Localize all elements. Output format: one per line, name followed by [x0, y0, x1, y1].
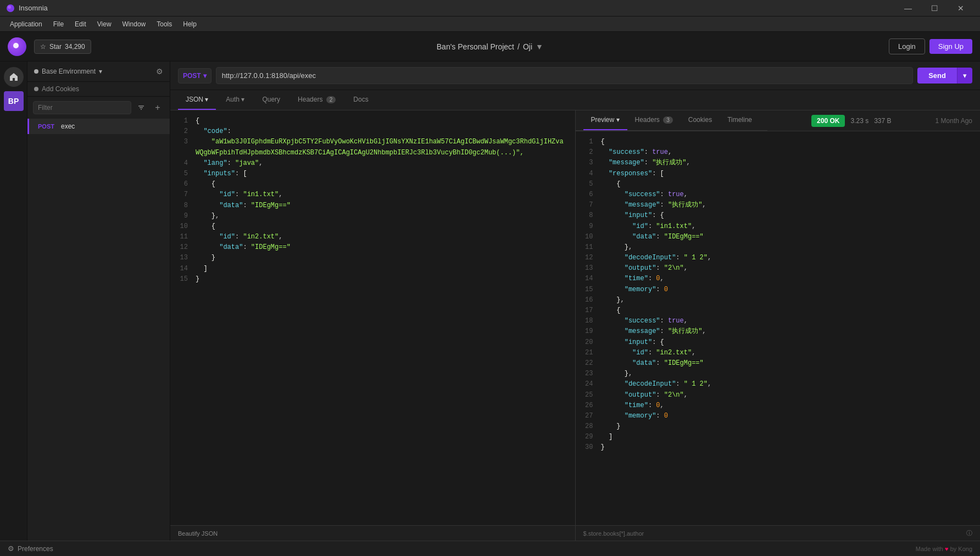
code-line: 3 "aW1wb3J0IGphdmEuRXpjbC5TY2FubVyOwoKcH… [178, 137, 567, 158]
collection-header: Base Environment ▾ ⚙ [27, 62, 170, 82]
filter-bar: + [27, 97, 170, 119]
response-panel: Preview ▾ Headers 3 Cookies Timeline 200… [576, 110, 981, 541]
titlebar: Insomnia — ☐ ✕ [0, 0, 980, 16]
cookie-dot [34, 87, 38, 91]
code-line: 7 "message": "执行成功", [583, 200, 973, 210]
project-avatar[interactable]: BP [4, 91, 24, 111]
code-line: 5 { [583, 179, 973, 190]
code-line: 11 "id": "in2.txt", [178, 232, 567, 242]
request-area: POST ▾ Send ▾ JSON ▾ Auth ▾ Query Header… [170, 62, 980, 541]
svg-point-1 [8, 5, 11, 9]
tab-timeline[interactable]: Timeline [720, 110, 760, 130]
titlebar-app-name: Insomnia [19, 4, 48, 12]
menu-view[interactable]: View [92, 18, 117, 30]
code-line: 13 } [178, 253, 567, 263]
response-code-area[interactable]: 1 { 2 "success": true, 3 "message": "执行成… [576, 131, 981, 525]
send-button[interactable]: Send [917, 68, 957, 84]
code-line: 26 "time": 0, [583, 401, 973, 411]
code-line: 5 "inputs": [ [178, 169, 567, 179]
top-bar: ☆ Star 34,290 Ban's Personal Project / O… [0, 32, 980, 62]
code-line: 14 ] [178, 264, 567, 274]
headers-badge: 2 [326, 96, 336, 103]
minimize-button[interactable]: — [895, 0, 921, 16]
response-bottom-right: ⓘ [966, 529, 972, 537]
code-line: 30 } [583, 442, 973, 453]
response-time: 3.23 s [850, 117, 868, 125]
tab-auth[interactable]: Auth ▾ [218, 90, 252, 110]
code-line: 18 "success": true, [583, 316, 973, 326]
menu-file[interactable]: File [48, 18, 69, 30]
menu-edit[interactable]: Edit [69, 18, 92, 30]
star-button[interactable]: ☆ Star 34,290 [34, 40, 91, 54]
add-cookies-label: Add Cookies [42, 85, 79, 93]
settings-icon[interactable]: ⚙ [156, 67, 163, 76]
login-button[interactable]: Login [889, 38, 925, 54]
menu-application[interactable]: Application [4, 18, 48, 30]
menu-help[interactable]: Help [177, 18, 202, 30]
code-line: 2 "code": [178, 126, 567, 137]
request-code-area[interactable]: 1 { 2 "code": 3 "aW1wb3J0IGphdmEuRXpjbC5… [170, 110, 575, 525]
response-header-row: Preview ▾ Headers 3 Cookies Timeline 200… [576, 110, 981, 131]
code-line: 22 "data": "IDEgMg==" [583, 358, 973, 369]
tab-cookies[interactable]: Cookies [681, 110, 720, 130]
tab-preview[interactable]: Preview ▾ [583, 110, 627, 130]
response-tabs: Preview ▾ Headers 3 Cookies Timeline [576, 110, 768, 131]
code-line: 12 "decodeInput": " 1 2", [583, 253, 973, 263]
request-item-exec[interactable]: POST exec [27, 119, 170, 134]
menu-window[interactable]: Window [117, 18, 152, 30]
tab-docs[interactable]: Docs [346, 90, 376, 110]
code-line: 14 "time": 0, [583, 274, 973, 284]
code-line: 16 }, [583, 295, 973, 305]
help-icon: ⓘ [966, 529, 972, 537]
request-method-badge: POST [36, 122, 57, 131]
home-button[interactable] [4, 67, 24, 87]
environment-dropdown[interactable]: Base Environment ▾ [34, 68, 102, 75]
close-button[interactable]: ✕ [948, 0, 973, 16]
method-select[interactable]: POST ▾ [178, 68, 211, 84]
menu-tools[interactable]: Tools [151, 18, 177, 30]
code-line: 29 ] [583, 432, 973, 442]
code-line: 24 "decodeInput": " 1 2", [583, 379, 973, 390]
signup-button[interactable]: Sign Up [929, 39, 972, 54]
add-cookies[interactable]: Add Cookies [27, 82, 170, 97]
tab-response-headers[interactable]: Headers 3 [627, 110, 681, 130]
preferences-label[interactable]: Preferences [18, 545, 53, 553]
project-dropdown-icon[interactable]: ▼ [536, 42, 543, 51]
made-with: Made with ♥ by Kong [916, 546, 972, 552]
add-request-button[interactable]: + [151, 101, 164, 114]
code-line: 7 "id": "in1.txt", [178, 190, 567, 200]
request-bottom-bar: Beautify JSON [170, 525, 575, 541]
code-line: 15 } [178, 274, 567, 285]
main-content: BP Base Environment ▾ ⚙ Add Cookies [0, 62, 980, 541]
response-bottom-bar: $.store.books[*].author ⓘ [576, 525, 981, 541]
response-query: $.store.books[*].author [583, 530, 644, 537]
beautify-json-button[interactable]: Beautify JSON [178, 530, 218, 537]
project-title: Ban's Personal Project / Oji ▼ [91, 42, 889, 51]
code-line: 2 "success": true, [583, 147, 973, 158]
tab-headers[interactable]: Headers 2 [290, 90, 343, 110]
collection-panel: Base Environment ▾ ⚙ Add Cookies + [27, 62, 170, 541]
code-line: 11 }, [583, 242, 973, 253]
code-line: 21 "id": "in2.txt", [583, 348, 973, 358]
send-dropdown-button[interactable]: ▾ [957, 68, 972, 84]
code-line: 20 "input": { [583, 337, 973, 348]
code-line: 12 "data": "IDEgMg==" [178, 242, 567, 253]
maximize-button[interactable]: ☐ [922, 0, 947, 16]
code-line: 4 "lang": "java", [178, 158, 567, 169]
sidebar-icons: BP [0, 62, 27, 541]
code-line: 1 { [583, 137, 973, 147]
preferences-bar: ⚙ Preferences Made with ♥ by Kong [0, 541, 980, 556]
tab-json[interactable]: JSON ▾ [178, 90, 216, 110]
env-label: Base Environment [42, 68, 96, 75]
method-label: POST [183, 72, 201, 80]
menubar: Application File Edit View Window Tools … [0, 16, 980, 32]
filter-input[interactable] [33, 101, 131, 114]
url-input[interactable] [216, 67, 914, 84]
heart-icon: ♥ [945, 546, 949, 552]
tab-query[interactable]: Query [254, 90, 288, 110]
response-status: 200 OK 3.23 s 337 B [804, 115, 899, 127]
star-icon: ☆ [40, 43, 46, 51]
svg-point-3 [13, 43, 19, 48]
project-name: Ban's Personal Project [437, 42, 514, 51]
sort-button[interactable] [135, 101, 148, 114]
